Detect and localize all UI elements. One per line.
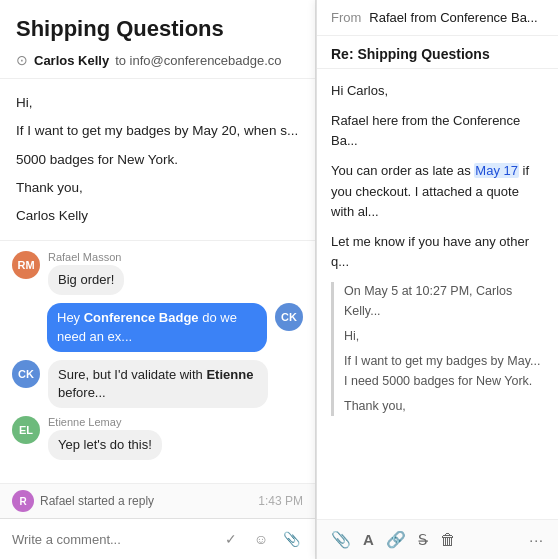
quoted-line-2: If I want to get my badges by May... I n…	[344, 352, 544, 391]
more-icon[interactable]: ···	[529, 532, 544, 548]
email-line-2: If I want to get my badges by May 20, wh…	[16, 121, 299, 141]
reply-started-bar: R Rafael started a reply 1:43 PM	[0, 483, 315, 518]
check-icon[interactable]: ✓	[219, 527, 243, 551]
quoted-block: On May 5 at 10:27 PM, Carlos Kelly... Hi…	[331, 282, 544, 416]
chat-messages: RM Rafael Masson Big order! CK Hey Confe…	[0, 241, 315, 483]
quoted-header: On May 5 at 10:27 PM, Carlos Kelly...	[344, 282, 544, 321]
chat-section: RM Rafael Masson Big order! CK Hey Confe…	[0, 241, 315, 559]
message-content-3: Sure, but I'd validate with Etienne befo…	[48, 360, 268, 408]
strikethrough-icon[interactable]: S̶	[418, 531, 428, 549]
right-toolbar: 📎 A 🔗 S̶ 🗑 ···	[317, 519, 558, 559]
attach-icon[interactable]: 📎	[331, 530, 351, 549]
sender-label-1: Rafael Masson	[48, 251, 124, 263]
reply-time: 1:43 PM	[258, 494, 303, 508]
right-panel-header: From Rafael from Conference Ba...	[317, 0, 558, 36]
comment-input-row[interactable]: ✓ ☺ 📎	[0, 518, 315, 559]
avatar-rafael-reply: R	[12, 490, 34, 512]
bubble-4: Yep let's do this!	[48, 430, 162, 460]
avatar-carlos: CK	[275, 303, 303, 331]
right-body-closing: Let me know if you have any other q...	[331, 232, 544, 272]
highlight-date: May 17	[474, 163, 519, 178]
delete-icon[interactable]: 🗑	[440, 531, 456, 549]
comment-input[interactable]	[12, 532, 211, 547]
email-line-3: 5000 badges for New York.	[16, 150, 299, 170]
message-content-1: Rafael Masson Big order!	[48, 251, 124, 295]
message-content-2: Hey Conference Badge do we need an ex...	[47, 303, 267, 351]
avatar-rafael-masson: RM	[12, 251, 40, 279]
link-icon[interactable]: 🔗	[386, 530, 406, 549]
avatar-etienne: EL	[12, 416, 40, 444]
bubble-3: Sure, but I'd validate with Etienne befo…	[48, 360, 268, 408]
email-header: Shipping Questions ⊙ Carlos Kelly to inf…	[0, 0, 315, 79]
reply-started-text: Rafael started a reply	[40, 494, 154, 508]
attach-comment-icon[interactable]: 📎	[279, 527, 303, 551]
chat-message-4: EL Etienne Lemay Yep let's do this!	[12, 416, 303, 460]
font-icon[interactable]: A	[363, 531, 374, 548]
message-content-4: Etienne Lemay Yep let's do this!	[48, 416, 162, 460]
email-line-4: Thank you,	[16, 178, 299, 198]
avatar-ck-2: CK	[12, 360, 40, 388]
email-sender-row: ⊙ Carlos Kelly to info@conferencebadge.c…	[16, 52, 299, 68]
left-panel: Shipping Questions ⊙ Carlos Kelly to inf…	[0, 0, 316, 559]
comment-actions: ✓ ☺ 📎	[219, 527, 303, 551]
bubble-1: Big order!	[48, 265, 124, 295]
email-title: Shipping Questions	[16, 16, 299, 42]
emoji-icon[interactable]: ☺	[249, 527, 273, 551]
sender-name: Carlos Kelly	[34, 53, 109, 68]
chat-message-2: CK Hey Conference Badge do we need an ex…	[12, 303, 303, 351]
right-body-greeting: Hi Carlos,	[331, 81, 544, 101]
from-label: From	[331, 10, 361, 25]
right-body-order: You can order as late as May 17 if you c…	[331, 161, 544, 221]
email-body-preview: Hi, If I want to get my badges by May 20…	[0, 79, 315, 241]
right-panel: From Rafael from Conference Ba... Re: Sh…	[316, 0, 558, 559]
person-icon: ⊙	[16, 52, 28, 68]
email-subject: Re: Shipping Questions	[317, 36, 558, 69]
chat-message-3: CK Sure, but I'd validate with Etienne b…	[12, 360, 303, 408]
email-line-1: Hi,	[16, 93, 299, 113]
chat-message-1: RM Rafael Masson Big order!	[12, 251, 303, 295]
quoted-line-1: Hi,	[344, 327, 544, 346]
from-value: Rafael from Conference Ba...	[369, 10, 537, 25]
sender-label-4: Etienne Lemay	[48, 416, 162, 428]
right-body-intro: Rafael here from the Conference Ba...	[331, 111, 544, 151]
email-line-5: Carlos Kelly	[16, 206, 299, 226]
email-right-body: Hi Carlos, Rafael here from the Conferen…	[317, 69, 558, 519]
quoted-line-3: Thank you,	[344, 397, 544, 416]
reply-started-left: R Rafael started a reply	[12, 490, 154, 512]
bubble-2: Hey Conference Badge do we need an ex...	[47, 303, 267, 351]
sender-to: to info@conferencebadge.co	[115, 53, 281, 68]
